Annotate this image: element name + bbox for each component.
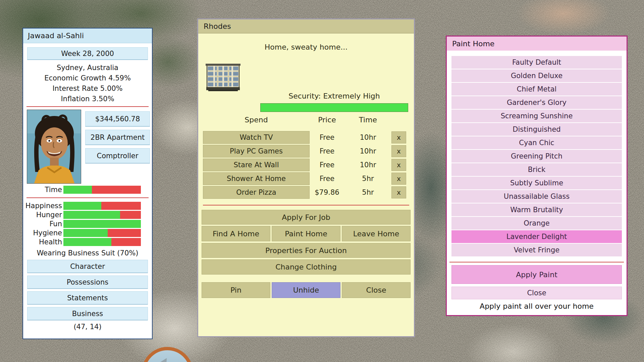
remove-activity-button[interactable]: x (391, 145, 406, 157)
business-button[interactable]: Business (27, 307, 148, 320)
wearing-status: Wearing Business Suit (70%) (23, 249, 152, 257)
order-pizza-button[interactable]: Order Pizza (203, 186, 310, 199)
table-row: Order Pizza $79.86 5hr x (203, 186, 410, 199)
info-interest-rate: Interest Rate 5.00% (23, 83, 152, 94)
portrait-illustration (27, 110, 81, 184)
hygiene-bar (63, 229, 141, 237)
table-row: Stare At Wall Free 10hr x (203, 159, 410, 171)
character-panel-title: Jawaad al-Sahli (23, 28, 152, 43)
paint-option[interactable]: Orange (451, 217, 622, 230)
character-panel: Jawaad al-Sahli Week 28, 2000 Sydney, Au… (22, 28, 153, 339)
week-button[interactable]: Week 28, 2000 (27, 47, 148, 60)
remove-activity-button[interactable]: x (391, 159, 406, 171)
character-menu-buttons: Character Possessions Statements Busines… (27, 260, 148, 320)
unhide-button[interactable]: Unhide (272, 282, 340, 298)
change-clothing-button[interactable]: Change Clothing (202, 259, 411, 275)
paint-option[interactable]: Gardener's Glory (451, 96, 622, 109)
time-cell: 5hr (344, 175, 391, 183)
remove-activity-button[interactable]: x (391, 173, 406, 185)
paint-option[interactable]: Chief Metal (451, 83, 622, 96)
separator (203, 205, 409, 205)
paint-panel-title: Paint Home (447, 37, 627, 51)
paint-caption: Apply paint all over your home (447, 302, 627, 310)
time-cell: 10hr (344, 147, 391, 155)
stare-at-wall-button[interactable]: Stare At Wall (203, 159, 310, 171)
spend-table-headers: Spend Price Time (203, 116, 391, 124)
paint-option[interactable]: Golden Deluxe (451, 69, 622, 82)
home-greeting: Home, sweaty home... (198, 43, 414, 51)
apartment-building-icon (205, 63, 241, 92)
fun-bar (63, 220, 141, 228)
paint-option[interactable]: Brick (451, 163, 622, 176)
remove-activity-button[interactable]: x (391, 186, 406, 198)
home-panel-title: Rhodes (198, 19, 414, 34)
apply-paint-button[interactable]: Apply Paint (451, 265, 622, 284)
remove-activity-button[interactable]: x (391, 131, 406, 143)
home-actions-row: Find A Home Paint Home Leave Home (202, 226, 411, 241)
time-cell: 10hr (344, 133, 391, 141)
paint-home-panel: Paint Home Faulty Default Golden Deluxe … (446, 36, 628, 316)
security-bar-fill (261, 104, 408, 112)
paint-option[interactable]: Warm Brutality (451, 203, 622, 216)
table-row: Watch TV Free 10hr x (203, 131, 410, 144)
price-cell: Free (310, 175, 344, 183)
time-bar (63, 186, 141, 194)
stat-row-fun: Fun (23, 220, 152, 228)
character-portrait (27, 110, 81, 184)
paint-option-selected[interactable]: Lavender Delight (451, 230, 622, 243)
find-a-home-button[interactable]: Find A Home (202, 226, 270, 241)
cash-button[interactable]: $344,560.78 (85, 111, 150, 127)
character-summary-column: $344,560.78 2BR Apartment Comptroller (85, 110, 150, 184)
paint-option[interactable]: Greening Pitch (451, 150, 622, 163)
info-inflation: Inflation 3.50% (23, 94, 152, 104)
play-pc-games-button[interactable]: Play PC Games (203, 145, 310, 158)
price-cell: Free (310, 147, 344, 155)
time-bar-fill (63, 186, 92, 194)
separator (449, 262, 624, 262)
time-cell: 5hr (344, 188, 391, 196)
price-cell: Free (310, 161, 344, 169)
watch-tv-button[interactable]: Watch TV (203, 131, 310, 144)
health-bar (63, 238, 141, 246)
time-header: Time (344, 116, 391, 124)
close-button[interactable]: Close (342, 282, 411, 298)
shower-at-home-button[interactable]: Shower At Home (203, 172, 310, 185)
properties-for-auction-button[interactable]: Properties For Auction (202, 243, 411, 258)
pin-button[interactable]: Pin (202, 282, 270, 298)
character-button[interactable]: Character (27, 260, 148, 273)
job-button[interactable]: Comptroller (85, 148, 150, 164)
needs-stats: Happiness Hunger Fun Hygiene (23, 202, 152, 246)
building-illustration (205, 63, 241, 92)
paint-option[interactable]: Subtly Sublime (451, 177, 622, 189)
spend-header: Spend (203, 116, 310, 124)
paint-option[interactable]: Cyan Chic (451, 136, 622, 149)
stat-row-health: Health (23, 238, 152, 246)
apply-for-job-button[interactable]: Apply For Job (202, 210, 411, 225)
separator (26, 197, 149, 198)
window-controls-row: Pin Unhide Close (202, 282, 411, 298)
paint-option[interactable]: Unassailable Glass (451, 190, 622, 203)
spend-table: Watch TV Free 10hr x Play PC Games Free … (203, 131, 410, 200)
paint-option[interactable]: Velvet Fringe (451, 244, 622, 256)
time-stat-row: Time (23, 186, 152, 194)
info-city: Sydney, Australia (23, 63, 152, 73)
game-viewport: Jawaad al-Sahli Week 28, 2000 Sydney, Au… (0, 0, 644, 362)
separator (26, 106, 149, 107)
statements-button[interactable]: Statements (27, 291, 148, 305)
paint-option[interactable]: Distinguished (451, 123, 622, 136)
leave-home-button[interactable]: Leave Home (342, 226, 411, 241)
paint-home-button[interactable]: Paint Home (272, 226, 340, 241)
economy-info: Sydney, Australia Economic Growth 4.59% … (23, 63, 152, 104)
price-cell: Free (310, 133, 344, 141)
possessions-button[interactable]: Possessions (27, 276, 148, 289)
paint-options-list: Faulty Default Golden Deluxe Chief Metal… (451, 56, 622, 257)
stat-row-hygiene: Hygiene (23, 229, 152, 237)
paint-option[interactable]: Faulty Default (451, 56, 622, 69)
home-panel: Rhodes Home, sweaty home... Security: Ex… (197, 18, 415, 337)
paint-option[interactable]: Screaming Sunshine (451, 110, 622, 122)
home-button[interactable]: 2BR Apartment (85, 130, 150, 145)
happiness-bar (63, 202, 141, 210)
time-label: Time (23, 186, 63, 194)
paint-close-button[interactable]: Close (451, 287, 622, 299)
security-bar (260, 103, 408, 112)
